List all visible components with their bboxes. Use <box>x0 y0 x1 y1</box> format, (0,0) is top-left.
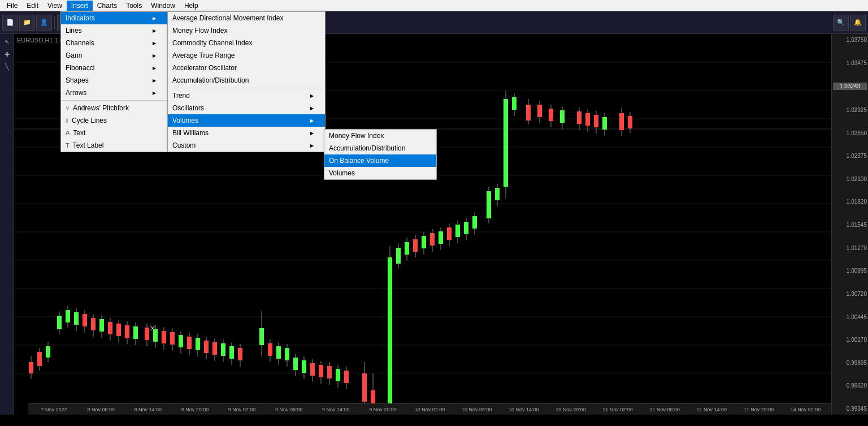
ind-volumes[interactable]: Volumes ▶ <box>168 114 325 127</box>
ind-bill-williams[interactable]: Bill Williams ▶ <box>168 127 325 139</box>
time-label-15: 11 Nov 14:00 <box>688 407 735 412</box>
bill-williams-arrow: ▶ <box>310 131 314 136</box>
svg-rect-81 <box>319 365 323 377</box>
svg-rect-79 <box>310 363 315 376</box>
arrows-label: Arrows <box>66 89 86 97</box>
menu-edit[interactable]: Edit <box>22 1 43 11</box>
trend-arrow: ▶ <box>310 93 314 98</box>
fibonacci-arrow: ▶ <box>153 66 156 71</box>
svg-rect-29 <box>91 318 96 330</box>
insert-text[interactable]: A Text <box>61 127 167 139</box>
menubar: File Edit View Insert Charts Tools Windo… <box>0 0 868 11</box>
insert-fibonacci[interactable]: Fibonacci ▶ <box>61 62 167 74</box>
price-label-5: 1.02375 <box>833 153 867 159</box>
svg-rect-111 <box>464 222 468 234</box>
ind-ac[interactable]: Accelerator Oscillator <box>168 62 325 74</box>
menu-help[interactable]: Help <box>180 1 203 11</box>
pitchfork-icon: ⑂ <box>66 105 70 111</box>
custom-arrow: ▶ <box>310 143 314 148</box>
price-label-3: 1.02925 <box>833 107 867 113</box>
ind-oscillators[interactable]: Oscillators ▶ <box>168 102 325 114</box>
ind-cci[interactable]: Commodity Channel Index <box>168 37 325 49</box>
menu-charts[interactable]: Charts <box>93 1 121 11</box>
vol-ad[interactable]: Accumulation/Distribution <box>324 142 436 154</box>
time-label-14: 11 Nov 08:00 <box>641 407 688 412</box>
svg-rect-127 <box>549 109 553 121</box>
ind-separator-1 <box>168 88 325 88</box>
price-label-2: 1.03475 <box>833 60 867 66</box>
left-btn-line[interactable]: ╲ <box>1 61 12 72</box>
ind-mfi[interactable]: Money Flow Index <box>168 24 325 37</box>
left-toolbar: ↖ ✚ ╲ <box>0 34 14 415</box>
insert-channels[interactable]: Channels ▶ <box>61 37 167 49</box>
time-label-4: 8 Nov 20:00 <box>171 407 218 412</box>
svg-rect-69 <box>268 343 272 356</box>
menu-window[interactable]: Window <box>146 1 180 11</box>
svg-rect-133 <box>585 113 590 126</box>
insert-shapes[interactable]: Shapes ▶ <box>61 74 167 87</box>
toolbar-profile[interactable]: 👤 <box>36 15 52 31</box>
insert-text-label[interactable]: T Text Label <box>61 139 167 152</box>
price-label-16: 0.99345 <box>833 406 867 412</box>
vol-mfi[interactable]: Money Flow Index <box>324 130 436 142</box>
volumes-label: Volumes <box>172 117 310 124</box>
ind-ad[interactable]: Accumulation/Distribution <box>168 74 325 87</box>
menu-view[interactable]: View <box>43 1 67 11</box>
ind-trend[interactable]: Trend ▶ <box>168 89 325 102</box>
trend-label: Trend <box>172 92 310 100</box>
price-label-7: 1.01820 <box>833 199 867 205</box>
text-icon: A <box>66 130 70 136</box>
text-label-icon: T <box>66 142 70 149</box>
oscillators-label: Oscillators <box>172 104 310 112</box>
vol-volumes-label: Volumes <box>329 169 355 177</box>
svg-rect-129 <box>560 110 565 123</box>
ind-custom[interactable]: Custom ▶ <box>168 139 325 152</box>
svg-rect-95 <box>396 248 401 264</box>
menu-file[interactable]: File <box>2 1 22 11</box>
svg-rect-73 <box>285 348 289 360</box>
vol-obv[interactable]: On Balance Volume <box>324 154 436 167</box>
price-label-1: 1.03750 <box>833 37 867 43</box>
ind-atr[interactable]: Average True Range <box>168 49 325 62</box>
svg-rect-89 <box>362 373 367 402</box>
svg-rect-35 <box>108 322 112 334</box>
toolbar-search[interactable]: 🔍 <box>833 15 849 31</box>
svg-rect-109 <box>455 225 460 237</box>
insert-lines[interactable]: Lines ▶ <box>61 24 167 37</box>
mfi-label: Money Flow Index <box>172 27 227 35</box>
price-current: 1.03243 <box>833 83 867 90</box>
ind-admi[interactable]: Average Directional Movement Index <box>168 12 325 24</box>
separator-1 <box>61 100 167 101</box>
insert-indicators[interactable]: Indicators ▶ <box>61 12 167 24</box>
arrows-arrow: ▶ <box>153 91 156 96</box>
cycle-icon: ⦀ <box>66 117 68 124</box>
vol-volumes[interactable]: Volumes <box>324 167 436 179</box>
time-label-10: 10 Nov 08:00 <box>453 407 500 412</box>
toolbar-open[interactable]: 📁 <box>19 15 35 31</box>
indicators-dropdown: Average Directional Movement Index Money… <box>167 11 326 152</box>
insert-pitchfork[interactable]: ⑂ Andrews' Pitchfork <box>61 102 167 114</box>
left-btn-cursor[interactable]: ↖ <box>1 36 12 48</box>
price-label-4: 1.02650 <box>833 130 867 136</box>
insert-arrows[interactable]: Arrows ▶ <box>61 87 167 99</box>
time-label-11: 10 Nov 14:00 <box>500 407 547 412</box>
insert-cycle-lines[interactable]: ⦀ Cycle Lines <box>61 114 167 127</box>
svg-rect-61 <box>221 343 225 356</box>
insert-gann[interactable]: Gann ▶ <box>61 49 167 62</box>
toolbar-notification[interactable]: 🔔 <box>850 15 866 31</box>
indicators-arrow: ▶ <box>153 16 156 21</box>
menu-insert[interactable]: Insert <box>67 1 93 11</box>
bill-williams-label: Bill Williams <box>172 129 310 137</box>
fibonacci-label: Fibonacci <box>66 64 94 72</box>
toolbar-separator-1 <box>54 16 55 29</box>
menu-tools[interactable]: Tools <box>121 1 146 11</box>
time-label-9: 10 Nov 02:00 <box>406 407 453 412</box>
toolbar-new[interactable]: 📄 <box>2 15 18 31</box>
indicators-label: Indicators <box>66 14 95 22</box>
svg-rect-91 <box>371 390 375 403</box>
time-axis: 7 Nov 2022 8 Nov 08:00 8 Nov 14:00 8 Nov… <box>28 403 831 415</box>
svg-rect-141 <box>628 116 632 128</box>
svg-rect-63 <box>229 346 234 359</box>
gann-label: Gann <box>66 51 82 59</box>
left-btn-crosshair[interactable]: ✚ <box>1 49 12 60</box>
